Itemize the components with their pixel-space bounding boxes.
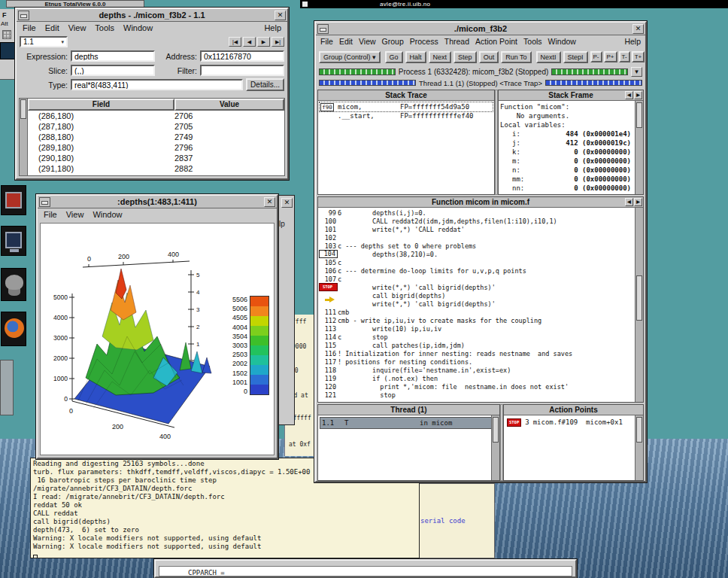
local-variable-row[interactable]: n: 0 (0x00000000) [500,166,642,175]
source-line[interactable]: call bigrid(depths) [319,291,634,300]
history-nav-button[interactable]: ▶ [257,37,270,47]
table-row[interactable]: (291,180) 2882 [28,163,284,174]
close-icon[interactable]: ✕ [264,197,275,207]
toolbar-button[interactable]: Halt [405,51,426,63]
action-points-pane[interactable]: Action Points STOP 3 micom.f#109 micom+0… [503,404,644,481]
firefox-icon[interactable] [1,312,26,346]
table-row[interactable]: (289,180) 2796 [28,142,284,153]
stack-trace-pane[interactable]: Stack Trace f90 micom, FP=fffffff54d9a50… [317,90,495,195]
menu-item[interactable]: Edit [339,37,353,46]
table-row[interactable]: (286,180) 2706 [28,111,284,121]
threads-pane[interactable]: Thread (1) 1.1 T in micom [317,404,500,481]
menu-item[interactable]: Window [123,23,153,32]
menu-item[interactable]: Tools [95,23,114,32]
scrollbar-thumb[interactable] [636,275,642,321]
local-variable-row[interactable]: k1m: 0 (0x00000000) [500,193,642,194]
source-line[interactable]: 121 stop [319,391,634,399]
toolbar-button[interactable]: Step [453,51,477,63]
titlebar[interactable]: ./micom_f3b2 ✕ [316,23,645,35]
menu-item[interactable]: Tools [523,37,542,46]
source-scrollbar[interactable] [635,208,643,402]
thread-row-selected[interactable]: 1.1 T in micom [320,417,498,429]
source-line[interactable]: 102 [319,233,634,242]
pane-selector-combo[interactable]: 1.1▾ [20,36,68,47]
source-line[interactable]: 106 c --- determine do-loop limits for u… [319,266,634,275]
source-line[interactable]: 112 cmb - write ip,iu,iv to create masks… [319,316,634,324]
local-variable-row[interactable]: nn: 0 (0x00000000) [500,184,642,193]
line-number[interactable]: 104 [319,250,338,258]
source-line[interactable]: 115 call patches(ip,idm,jdm) [319,341,634,349]
close-icon[interactable]: ✕ [275,11,286,20]
threads-list[interactable]: 1.1 T in micom [318,415,499,480]
column-header-field[interactable]: Field [28,99,174,111]
scrollbar-thumb[interactable] [20,99,26,119]
filter-field[interactable] [200,65,284,76]
source-code[interactable]: 99 6 depths(i,j)=0. 100 CALL reddat2d(id… [318,208,643,402]
table-row[interactable]: (288,180) 2749 [28,132,284,142]
titlebar[interactable]: :depths(1:483,1:411) ✕ [38,196,277,208]
menu-item[interactable]: Window [93,210,122,219]
table-row[interactable]: (292,180) 2922 [28,174,284,176]
local-variable-row[interactable]: m: 0 (0x00000000) [500,157,642,166]
pt-nav-button[interactable]: P- [590,51,602,62]
source-line[interactable]: 103 c --- depths set to 0 where problems [319,242,634,250]
menu-item[interactable]: Thread [444,37,469,46]
table-scrollbar[interactable] [20,99,28,175]
source-line[interactable]: 105 c [319,258,634,266]
source-pane[interactable]: Function micom in micom.f ◀▶ 99 6 depths… [317,196,644,403]
menu-item[interactable]: View [359,37,376,46]
scrollbar-thumb[interactable] [636,102,642,128]
window-menu-icon[interactable] [302,2,308,7]
history-nav-button[interactable]: ▶| [271,37,284,47]
chevron-down-icon[interactable]: ▾ [631,67,642,77]
line-number[interactable]: 121 [319,391,338,400]
menu-item-help[interactable]: Help [264,23,281,32]
menu-item[interactable]: View [66,210,84,219]
toolbar-button[interactable]: Run To [501,51,531,63]
type-field[interactable]: real*8(483,411) [71,79,243,90]
slice-field[interactable]: (,,) [71,65,155,76]
window-menu-icon[interactable] [317,24,329,34]
thread-status-bar[interactable]: Thread 1.1 (1) (Stopped) <Trace Trap> [316,78,645,88]
menu-item[interactable]: File [23,23,36,32]
scrollbar-thumb[interactable] [493,417,499,443]
menu-item[interactable]: View [68,23,86,32]
group-combo[interactable]: Group (Control) ▾ [319,51,381,63]
scroll-right-icon[interactable]: ▶ [634,198,642,206]
stack-trace-content[interactable]: f90 micom, FP=fffffff54d9a50 .__start, F… [318,101,494,194]
stack-frame-row[interactable]: .__start, FP=fffffffffffef40 [320,111,493,120]
pt-nav-button[interactable]: T- [619,51,630,62]
titlebar[interactable]: depths - ./micom_f3b2 - 1.1 ✕ [17,9,287,22]
stack-frame-content[interactable]: Function "micom": No arguments. Local va… [499,101,643,194]
line-number[interactable]: STOP [319,283,338,291]
menu-item[interactable]: Action Point [475,37,517,46]
line-number[interactable]: 107 [319,275,338,284]
toolbar-button[interactable]: Out [479,51,499,63]
stack-frame-scrollbar[interactable] [635,101,643,194]
scroll-right-icon[interactable]: ▶ [634,91,642,99]
pt-nav-button[interactable]: P+ [604,51,617,62]
toolbar-button[interactable]: Next [429,51,452,63]
local-variable-row[interactable]: j: 412 (0x0000019c) [500,138,642,148]
close-icon[interactable]: ✕ [632,24,644,34]
menu-item[interactable]: Window [548,37,576,46]
source-line[interactable]: write(*,*) 'call bigrid(depths)' [319,300,634,308]
source-line[interactable]: 99 6 depths(i,j)=0. [319,208,634,217]
stack-frame-pane[interactable]: Stack Frame ◀▶ Function "micom": No argu… [498,90,644,195]
menu-item[interactable]: Edit [45,23,59,32]
table-row[interactable]: (287,180) 2705 [28,121,284,132]
action-points-list[interactable]: STOP 3 micom.f#109 micom+0x1 [504,415,643,480]
source-line[interactable]: 116 ! Initialization for inner nesting: … [319,349,634,357]
local-variable-row[interactable]: mm: 0 (0x00000000) [500,175,642,184]
source-line[interactable]: 117 ! positions for nesting conditions. [319,357,634,366]
action-points-scrollbar[interactable] [635,415,643,480]
close-icon[interactable]: ✕ [281,198,293,208]
menu-item[interactable]: File [44,210,57,219]
menu-item[interactable]: Group [382,37,404,46]
workstation-icon[interactable] [1,226,26,256]
history-nav-button[interactable]: ◀ [243,37,256,47]
action-point-row[interactable]: STOP 3 micom.f#109 micom+0x1 [505,417,642,427]
menu-item-help[interactable]: Help [624,37,641,46]
source-line[interactable]: 113 write(10) ip,iu,iv [319,324,634,333]
totalview-root-window-titlebar[interactable]: Etnus TotalView 6.0.0 [6,0,144,8]
